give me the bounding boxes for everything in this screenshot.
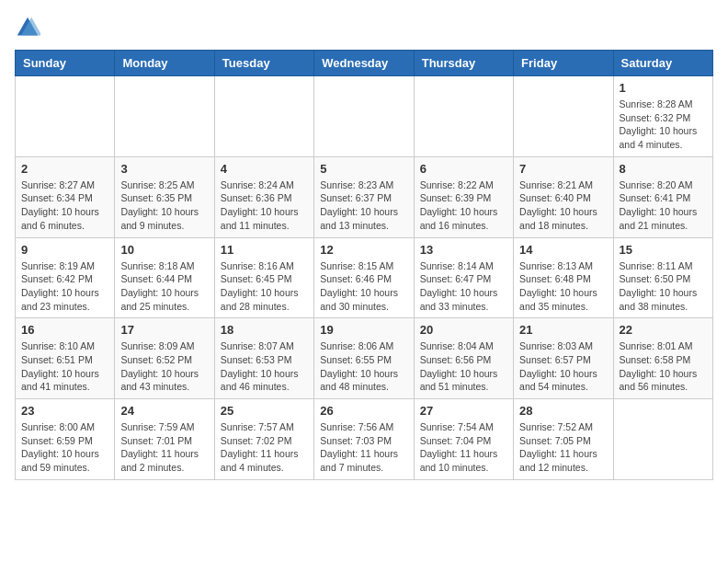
calendar-cell: 25Sunrise: 7:57 AM Sunset: 7:02 PM Dayli… xyxy=(214,399,313,480)
day-number: 18 xyxy=(221,323,308,337)
weekday-header: Monday xyxy=(115,51,214,76)
day-number: 24 xyxy=(120,404,208,418)
day-number: 20 xyxy=(420,323,507,337)
day-number: 28 xyxy=(519,404,607,418)
weekday-header-row: SundayMondayTuesdayWednesdayThursdayFrid… xyxy=(16,51,713,76)
calendar-cell xyxy=(214,76,313,157)
calendar-cell: 17Sunrise: 8:09 AM Sunset: 6:52 PM Dayli… xyxy=(115,318,214,399)
day-info: Sunrise: 8:25 AM Sunset: 6:35 PM Dayligh… xyxy=(120,178,208,233)
calendar-cell: 8Sunrise: 8:20 AM Sunset: 6:41 PM Daylig… xyxy=(613,156,712,237)
calendar-cell: 2Sunrise: 8:27 AM Sunset: 6:34 PM Daylig… xyxy=(16,156,115,237)
calendar-cell: 11Sunrise: 8:16 AM Sunset: 6:45 PM Dayli… xyxy=(214,237,313,318)
day-info: Sunrise: 8:22 AM Sunset: 6:39 PM Dayligh… xyxy=(420,178,507,233)
calendar-cell: 21Sunrise: 8:03 AM Sunset: 6:57 PM Dayli… xyxy=(514,318,613,399)
page-header xyxy=(15,15,713,40)
day-info: Sunrise: 8:00 AM Sunset: 6:59 PM Dayligh… xyxy=(21,420,108,475)
weekday-header: Tuesday xyxy=(214,51,313,76)
calendar-cell: 10Sunrise: 8:18 AM Sunset: 6:44 PM Dayli… xyxy=(115,237,214,318)
weekday-header: Sunday xyxy=(16,51,115,76)
calendar-cell xyxy=(414,76,513,157)
calendar-cell: 26Sunrise: 7:56 AM Sunset: 7:03 PM Dayli… xyxy=(314,399,414,480)
day-info: Sunrise: 8:01 AM Sunset: 6:58 PM Dayligh… xyxy=(620,339,707,394)
calendar-cell xyxy=(613,399,712,480)
day-info: Sunrise: 8:03 AM Sunset: 6:57 PM Dayligh… xyxy=(519,339,607,394)
day-number: 12 xyxy=(320,243,407,257)
day-number: 9 xyxy=(21,243,108,257)
calendar-cell xyxy=(115,76,214,157)
day-info: Sunrise: 8:23 AM Sunset: 6:37 PM Dayligh… xyxy=(320,178,407,233)
day-info: Sunrise: 8:09 AM Sunset: 6:52 PM Dayligh… xyxy=(120,339,208,394)
day-info: Sunrise: 8:10 AM Sunset: 6:51 PM Dayligh… xyxy=(21,339,108,394)
calendar-cell xyxy=(514,76,613,157)
day-info: Sunrise: 8:24 AM Sunset: 6:36 PM Dayligh… xyxy=(221,178,308,233)
calendar-cell: 13Sunrise: 8:14 AM Sunset: 6:47 PM Dayli… xyxy=(414,237,513,318)
calendar-cell: 3Sunrise: 8:25 AM Sunset: 6:35 PM Daylig… xyxy=(115,156,214,237)
day-info: Sunrise: 8:16 AM Sunset: 6:45 PM Dayligh… xyxy=(221,259,308,314)
day-info: Sunrise: 8:13 AM Sunset: 6:48 PM Dayligh… xyxy=(519,259,607,314)
day-number: 4 xyxy=(221,162,308,176)
calendar-table: SundayMondayTuesdayWednesdayThursdayFrid… xyxy=(15,50,713,480)
calendar-cell: 28Sunrise: 7:52 AM Sunset: 7:05 PM Dayli… xyxy=(514,399,613,480)
calendar-cell: 23Sunrise: 8:00 AM Sunset: 6:59 PM Dayli… xyxy=(16,399,115,480)
day-info: Sunrise: 7:59 AM Sunset: 7:01 PM Dayligh… xyxy=(120,420,208,475)
day-number: 8 xyxy=(620,162,707,176)
day-number: 3 xyxy=(120,162,208,176)
day-number: 25 xyxy=(221,404,308,418)
calendar-cell: 4Sunrise: 8:24 AM Sunset: 6:36 PM Daylig… xyxy=(214,156,313,237)
day-info: Sunrise: 8:04 AM Sunset: 6:56 PM Dayligh… xyxy=(420,339,507,394)
day-number: 19 xyxy=(320,323,407,337)
day-info: Sunrise: 8:14 AM Sunset: 6:47 PM Dayligh… xyxy=(420,259,507,314)
calendar-cell: 14Sunrise: 8:13 AM Sunset: 6:48 PM Dayli… xyxy=(514,237,613,318)
weekday-header: Friday xyxy=(514,51,613,76)
day-number: 11 xyxy=(221,243,308,257)
calendar-cell: 1Sunrise: 8:28 AM Sunset: 6:32 PM Daylig… xyxy=(613,76,712,157)
calendar-week-row: 23Sunrise: 8:00 AM Sunset: 6:59 PM Dayli… xyxy=(16,399,713,480)
calendar-cell xyxy=(16,76,115,157)
day-number: 1 xyxy=(620,81,707,95)
calendar-week-row: 16Sunrise: 8:10 AM Sunset: 6:51 PM Dayli… xyxy=(16,318,713,399)
day-number: 2 xyxy=(21,162,108,176)
calendar-cell: 19Sunrise: 8:06 AM Sunset: 6:55 PM Dayli… xyxy=(314,318,414,399)
calendar-cell: 6Sunrise: 8:22 AM Sunset: 6:39 PM Daylig… xyxy=(414,156,513,237)
day-info: Sunrise: 8:27 AM Sunset: 6:34 PM Dayligh… xyxy=(21,178,108,233)
calendar-cell: 20Sunrise: 8:04 AM Sunset: 6:56 PM Dayli… xyxy=(414,318,513,399)
calendar-cell: 15Sunrise: 8:11 AM Sunset: 6:50 PM Dayli… xyxy=(613,237,712,318)
day-number: 7 xyxy=(519,162,607,176)
calendar-cell: 7Sunrise: 8:21 AM Sunset: 6:40 PM Daylig… xyxy=(514,156,613,237)
day-info: Sunrise: 8:15 AM Sunset: 6:46 PM Dayligh… xyxy=(320,259,407,314)
day-info: Sunrise: 7:57 AM Sunset: 7:02 PM Dayligh… xyxy=(221,420,308,475)
weekday-header: Saturday xyxy=(613,51,712,76)
day-info: Sunrise: 8:07 AM Sunset: 6:53 PM Dayligh… xyxy=(221,339,308,394)
calendar-week-row: 1Sunrise: 8:28 AM Sunset: 6:32 PM Daylig… xyxy=(16,76,713,157)
day-number: 5 xyxy=(320,162,407,176)
day-info: Sunrise: 8:20 AM Sunset: 6:41 PM Dayligh… xyxy=(620,178,707,233)
day-number: 14 xyxy=(519,243,607,257)
calendar-cell: 27Sunrise: 7:54 AM Sunset: 7:04 PM Dayli… xyxy=(414,399,513,480)
weekday-header: Wednesday xyxy=(314,51,414,76)
day-number: 22 xyxy=(620,323,707,337)
day-number: 27 xyxy=(420,404,507,418)
day-number: 23 xyxy=(21,404,108,418)
logo-icon xyxy=(15,15,40,40)
day-number: 6 xyxy=(420,162,507,176)
day-info: Sunrise: 8:18 AM Sunset: 6:44 PM Dayligh… xyxy=(120,259,208,314)
day-number: 17 xyxy=(120,323,208,337)
day-info: Sunrise: 8:06 AM Sunset: 6:55 PM Dayligh… xyxy=(320,339,407,394)
calendar-cell: 22Sunrise: 8:01 AM Sunset: 6:58 PM Dayli… xyxy=(613,318,712,399)
day-info: Sunrise: 7:54 AM Sunset: 7:04 PM Dayligh… xyxy=(420,420,507,475)
day-number: 16 xyxy=(21,323,108,337)
weekday-header: Thursday xyxy=(414,51,513,76)
day-number: 26 xyxy=(320,404,407,418)
calendar-cell: 9Sunrise: 8:19 AM Sunset: 6:42 PM Daylig… xyxy=(16,237,115,318)
day-info: Sunrise: 8:11 AM Sunset: 6:50 PM Dayligh… xyxy=(620,259,707,314)
calendar-cell: 18Sunrise: 8:07 AM Sunset: 6:53 PM Dayli… xyxy=(214,318,313,399)
calendar-cell: 5Sunrise: 8:23 AM Sunset: 6:37 PM Daylig… xyxy=(314,156,414,237)
day-info: Sunrise: 7:56 AM Sunset: 7:03 PM Dayligh… xyxy=(320,420,407,475)
day-number: 13 xyxy=(420,243,507,257)
calendar-cell: 12Sunrise: 8:15 AM Sunset: 6:46 PM Dayli… xyxy=(314,237,414,318)
day-number: 15 xyxy=(620,243,707,257)
calendar-cell: 16Sunrise: 8:10 AM Sunset: 6:51 PM Dayli… xyxy=(16,318,115,399)
calendar-cell xyxy=(314,76,414,157)
day-number: 21 xyxy=(519,323,607,337)
logo xyxy=(15,15,44,40)
